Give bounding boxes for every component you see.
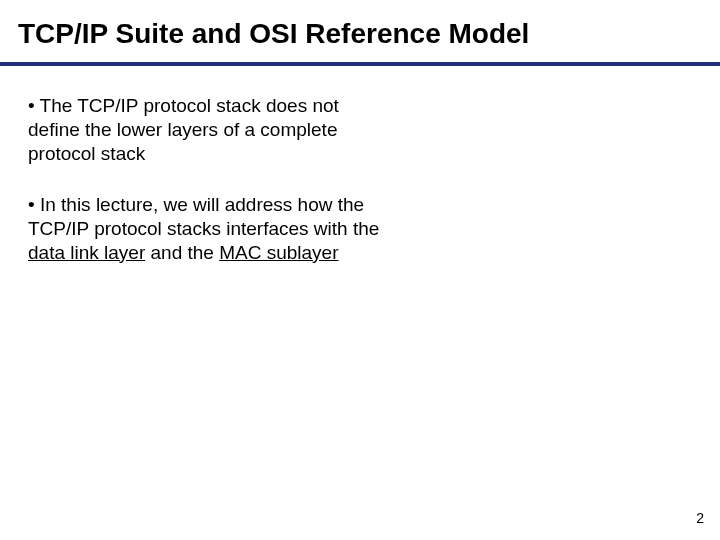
bullet-2-prefix: • In this lecture, we will address how t… — [28, 194, 379, 239]
slide-content: • The TCP/IP protocol stack does not def… — [0, 66, 380, 265]
bullet-1: • The TCP/IP protocol stack does not def… — [28, 94, 380, 165]
bullet-2-underline-1: data link layer — [28, 242, 145, 263]
slide-title: TCP/IP Suite and OSI Reference Model — [0, 0, 720, 62]
bullet-2: • In this lecture, we will address how t… — [28, 193, 380, 264]
slide: TCP/IP Suite and OSI Reference Model • T… — [0, 0, 720, 540]
bullet-2-mid: and the — [145, 242, 219, 263]
bullet-2-underline-2: MAC sublayer — [219, 242, 338, 263]
page-number: 2 — [696, 510, 704, 526]
